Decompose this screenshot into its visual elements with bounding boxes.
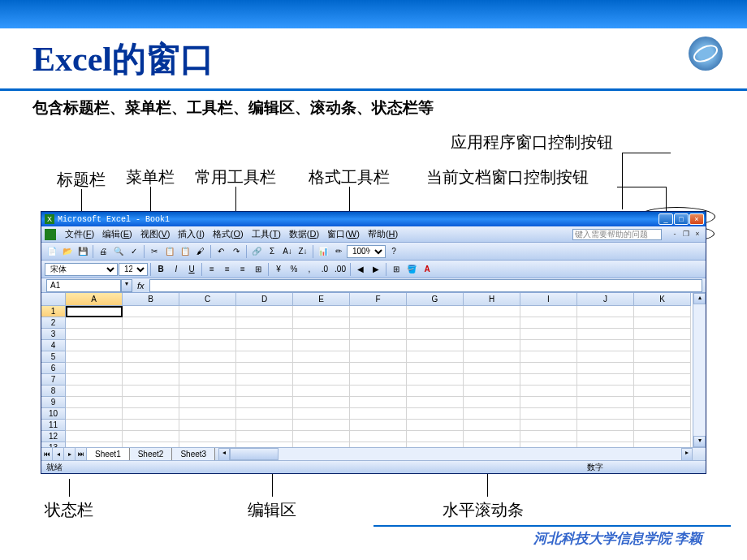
bold-icon[interactable]: B (153, 262, 168, 277)
col-header-H[interactable]: H (464, 293, 520, 306)
cell-A7[interactable] (66, 374, 123, 386)
cell-I8[interactable] (520, 386, 577, 397)
cell-F8[interactable] (350, 386, 407, 397)
horizontal-scrollbar[interactable]: ◂ ▸ (218, 448, 693, 460)
cell-K12[interactable] (634, 431, 691, 442)
cell-B10[interactable] (123, 408, 179, 420)
cell-E12[interactable] (293, 431, 350, 442)
cell-C3[interactable] (179, 329, 236, 340)
cell-K11[interactable] (634, 420, 691, 431)
cell-D4[interactable] (236, 340, 293, 351)
tab-next-icon[interactable]: ▸ (64, 448, 76, 461)
cell-A10[interactable] (66, 408, 123, 420)
menu-o[interactable]: 格式(O) (209, 226, 248, 242)
font-color-icon[interactable]: A (420, 262, 434, 277)
col-header-J[interactable]: J (577, 293, 634, 306)
cell-E2[interactable] (293, 317, 350, 329)
name-box[interactable]: A1 (46, 279, 121, 292)
cell-K5[interactable] (634, 351, 691, 363)
tab-last-icon[interactable]: ⏭ (76, 448, 87, 461)
cell-D1[interactable] (236, 306, 293, 317)
save-icon[interactable]: 💾 (76, 244, 90, 259)
cell-D10[interactable] (236, 408, 293, 420)
spell-icon[interactable]: ✓ (127, 244, 141, 259)
help-icon[interactable]: ? (386, 244, 401, 259)
cell-G4[interactable] (407, 340, 464, 351)
cell-D7[interactable] (236, 374, 293, 386)
cell-C9[interactable] (179, 397, 236, 408)
cell-I6[interactable] (520, 363, 577, 374)
cell-J1[interactable] (577, 306, 634, 317)
close-button[interactable]: × (689, 213, 704, 225)
cell-G8[interactable] (407, 386, 464, 397)
cell-H13[interactable] (464, 442, 520, 447)
cell-H7[interactable] (464, 374, 520, 386)
row-header-3[interactable]: 3 (41, 329, 66, 340)
menu-f[interactable]: 文件(F) (61, 226, 98, 242)
cell-K2[interactable] (634, 317, 691, 329)
paste-icon[interactable]: 📋 (178, 244, 192, 259)
cell-J5[interactable] (577, 351, 634, 363)
vscroll-track[interactable] (693, 304, 706, 436)
cell-K13[interactable] (634, 442, 691, 447)
cell-D6[interactable] (236, 363, 293, 374)
cell-G13[interactable] (407, 442, 464, 447)
cell-F13[interactable] (350, 442, 407, 447)
col-header-B[interactable]: B (123, 293, 179, 306)
cell-J10[interactable] (577, 408, 634, 420)
cell-C7[interactable] (179, 374, 236, 386)
cell-H3[interactable] (464, 329, 520, 340)
hscroll-thumb[interactable] (230, 448, 279, 460)
col-header-F[interactable]: F (350, 293, 407, 306)
cell-A8[interactable] (66, 386, 123, 397)
cell-I11[interactable] (520, 420, 577, 431)
currency-icon[interactable]: ¥ (271, 262, 286, 277)
cell-I3[interactable] (520, 329, 577, 340)
row-header-13[interactable]: 13 (41, 442, 66, 447)
cell-D9[interactable] (236, 397, 293, 408)
fx-icon[interactable]: fx (137, 281, 145, 291)
titlebar[interactable]: X Microsoft Excel - Book1 _ □ × (41, 212, 706, 226)
row-header-1[interactable]: 1 (41, 306, 66, 317)
cell-K10[interactable] (634, 408, 691, 420)
sort-asc-icon[interactable]: A↓ (280, 244, 295, 259)
cell-F3[interactable] (350, 329, 407, 340)
cell-C6[interactable] (179, 363, 236, 374)
cell-E3[interactable] (293, 329, 350, 340)
cell-C8[interactable] (179, 386, 236, 397)
cell-G2[interactable] (407, 317, 464, 329)
cell-E10[interactable] (293, 408, 350, 420)
doc-close-button[interactable]: × (693, 230, 702, 239)
row-header-5[interactable]: 5 (41, 351, 66, 363)
cell-A13[interactable] (66, 442, 123, 447)
col-header-D[interactable]: D (236, 293, 293, 306)
cell-A2[interactable] (66, 317, 123, 329)
preview-icon[interactable]: 🔍 (111, 244, 126, 259)
cell-I2[interactable] (520, 317, 577, 329)
minimize-button[interactable]: _ (658, 213, 673, 225)
cell-E8[interactable] (293, 386, 350, 397)
undo-icon[interactable]: ↶ (214, 244, 228, 259)
menu-t[interactable]: 工具(T) (248, 226, 285, 242)
cell-B12[interactable] (123, 431, 179, 442)
sheet-tab-sheet3[interactable]: Sheet3 (172, 448, 215, 460)
print-icon[interactable]: 🖨 (96, 244, 110, 259)
align-left-icon[interactable]: ≡ (205, 262, 219, 277)
cell-H5[interactable] (464, 351, 520, 363)
cell-C12[interactable] (179, 431, 236, 442)
sheet-tab-sheet2[interactable]: Sheet2 (130, 448, 173, 460)
cell-F7[interactable] (350, 374, 407, 386)
cut-icon[interactable]: ✂ (147, 244, 162, 259)
percent-icon[interactable]: % (287, 262, 301, 277)
merge-center-icon[interactable]: ⊞ (251, 262, 266, 277)
cell-G3[interactable] (407, 329, 464, 340)
col-header-A[interactable]: A (66, 293, 123, 306)
row-header-4[interactable]: 4 (41, 340, 66, 351)
col-header-K[interactable]: K (634, 293, 691, 306)
cell-E5[interactable] (293, 351, 350, 363)
cell-K3[interactable] (634, 329, 691, 340)
cell-B6[interactable] (123, 363, 179, 374)
cell-I12[interactable] (520, 431, 577, 442)
cell-H1[interactable] (464, 306, 520, 317)
cell-E13[interactable] (293, 442, 350, 447)
